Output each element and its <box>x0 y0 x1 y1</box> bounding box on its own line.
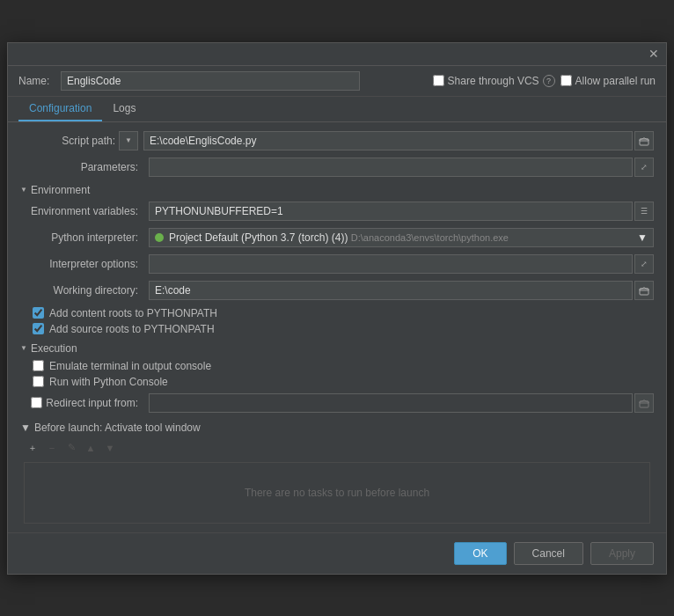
add-launch-task-button[interactable]: + <box>24 439 41 457</box>
run-debug-dialog: ✕ Name: Share through VCS ? Allow parall… <box>7 42 667 575</box>
before-launch-title: Before launch: Activate tool window <box>34 422 201 434</box>
name-label: Name: <box>18 75 54 87</box>
launch-toolbar: + − ✎ ▲ ▼ <box>20 439 654 457</box>
parameters-row: Parameters: ⤢ <box>20 158 654 177</box>
share-vcs-wrap: Share through VCS ? <box>433 75 555 87</box>
parameters-label: Parameters: <box>20 161 143 173</box>
emulate-terminal-checkbox[interactable] <box>33 360 44 371</box>
redirect-input-area <box>149 393 654 413</box>
env-variables-edit-button[interactable]: ☰ <box>634 202 654 221</box>
apply-button[interactable]: Apply <box>590 542 654 565</box>
share-vcs-checkbox[interactable] <box>433 75 444 86</box>
script-path-label: Script path: <box>62 135 115 147</box>
interpreter-row: Python interpreter: Project Default (Pyt… <box>20 228 654 247</box>
tabs-bar: Configuration Logs <box>8 97 666 122</box>
environment-section-arrow[interactable]: ▼ <box>20 186 27 194</box>
configuration-content: Script path: ▼ Parameters: ⤢ ▼ Environme… <box>8 122 666 532</box>
redirect-input-browse-button[interactable] <box>634 393 654 413</box>
env-variables-input[interactable] <box>149 202 633 221</box>
remove-launch-task-button[interactable]: − <box>43 439 61 457</box>
add-content-roots-checkbox[interactable] <box>33 307 44 319</box>
script-path-dropdown[interactable]: ▼ <box>119 131 138 150</box>
run-python-console-checkbox[interactable] <box>33 376 44 387</box>
add-source-roots-label[interactable]: Add source roots to PYTHONPATH <box>49 323 215 335</box>
title-bar: ✕ <box>8 43 666 66</box>
execution-section-label: Execution <box>31 342 77 355</box>
parallel-run-checkbox[interactable] <box>560 75 572 86</box>
script-label-area: Script path: ▼ <box>20 131 143 150</box>
interpreter-select[interactable]: Project Default (Python 3.7 (torch) (4))… <box>149 228 654 247</box>
emulate-terminal-row: Emulate terminal in output console <box>20 360 654 372</box>
script-path-browse-button[interactable] <box>634 131 654 150</box>
env-variables-input-area: ☰ <box>149 202 654 221</box>
move-down-launch-task-button[interactable]: ▼ <box>101 439 119 457</box>
before-launch-arrow[interactable]: ▼ <box>20 422 31 434</box>
run-python-console-row: Run with Python Console <box>20 376 654 388</box>
before-launch-header: ▼ Before launch: Activate tool window <box>20 422 654 434</box>
environment-section-label: Environment <box>31 184 90 196</box>
cancel-button[interactable]: Cancel <box>514 542 583 565</box>
interpreter-name: Project Default (Python 3.7 (torch) (4))… <box>169 231 632 244</box>
edit-launch-task-button[interactable]: ✎ <box>62 439 80 457</box>
interpreter-label: Python interpreter: <box>20 231 143 244</box>
redirect-input-input[interactable] <box>149 393 633 413</box>
name-row: Name: Share through VCS ? Allow parallel… <box>8 66 666 97</box>
tab-logs[interactable]: Logs <box>102 97 146 121</box>
interpreter-options-row: Interpreter options: ⤢ <box>20 254 654 274</box>
button-bar: OK Cancel Apply <box>8 532 666 574</box>
working-dir-input-area <box>149 281 654 300</box>
parameters-input-area: ⤢ <box>149 158 654 177</box>
svg-rect-0 <box>640 139 648 145</box>
working-dir-row: Working directory: <box>20 281 654 300</box>
interpreter-options-label: Interpreter options: <box>20 258 143 270</box>
svg-rect-1 <box>640 289 648 295</box>
interpreter-status-dot <box>155 233 164 242</box>
add-content-roots-row: Add content roots to PYTHONPATH <box>20 307 654 319</box>
add-source-roots-checkbox[interactable] <box>33 323 44 334</box>
emulate-terminal-label[interactable]: Emulate terminal in output console <box>49 360 211 372</box>
share-vcs-label[interactable]: Share through VCS <box>448 75 539 87</box>
working-dir-input[interactable] <box>149 281 633 300</box>
run-python-console-label[interactable]: Run with Python Console <box>49 376 168 388</box>
add-content-roots-label[interactable]: Add content roots to PYTHONPATH <box>49 307 217 319</box>
working-dir-browse-button[interactable] <box>634 281 654 300</box>
ok-button[interactable]: OK <box>454 542 506 565</box>
interpreter-options-expand-button[interactable]: ⤢ <box>634 254 654 274</box>
script-path-input[interactable] <box>143 131 633 150</box>
before-launch-section: ▼ Before launch: Activate tool window + … <box>20 422 654 524</box>
parameters-expand-button[interactable]: ⤢ <box>634 158 654 177</box>
interpreter-dropdown-icon: ▼ <box>637 231 648 244</box>
script-path-input-area <box>143 131 654 150</box>
parallel-run-label[interactable]: Allow parallel run <box>575 75 656 87</box>
no-tasks-message: There are no tasks to run before launch <box>24 462 650 524</box>
environment-section-header: ▼ Environment <box>20 184 654 196</box>
close-button[interactable]: ✕ <box>647 47 661 61</box>
parameters-input[interactable] <box>149 158 633 177</box>
redirect-input-checkbox[interactable] <box>31 397 42 408</box>
move-up-launch-task-button[interactable]: ▲ <box>82 439 99 457</box>
redirect-input-row: Redirect input from: <box>20 393 654 413</box>
interpreter-options-input[interactable] <box>149 254 633 274</box>
share-help-icon[interactable]: ? <box>543 75 555 87</box>
env-variables-label: Environment variables: <box>20 205 143 217</box>
parallel-wrap: Allow parallel run <box>560 75 656 87</box>
script-path-row: Script path: ▼ <box>20 131 654 150</box>
add-source-roots-row: Add source roots to PYTHONPATH <box>20 323 654 335</box>
name-input[interactable] <box>61 71 360 91</box>
interpreter-path: D:\anaconda3\envs\torch\python.exe <box>351 232 509 243</box>
tab-configuration[interactable]: Configuration <box>18 97 102 121</box>
share-area: Share through VCS ? Allow parallel run <box>433 75 656 87</box>
env-variables-row: Environment variables: ☰ <box>20 202 654 221</box>
svg-rect-2 <box>640 401 648 407</box>
execution-section-arrow[interactable]: ▼ <box>20 344 27 352</box>
interpreter-options-input-area: ⤢ <box>149 254 654 274</box>
redirect-input-label[interactable]: Redirect input from: <box>46 397 138 409</box>
working-dir-label: Working directory: <box>20 284 143 297</box>
execution-section-header: ▼ Execution <box>20 342 654 355</box>
